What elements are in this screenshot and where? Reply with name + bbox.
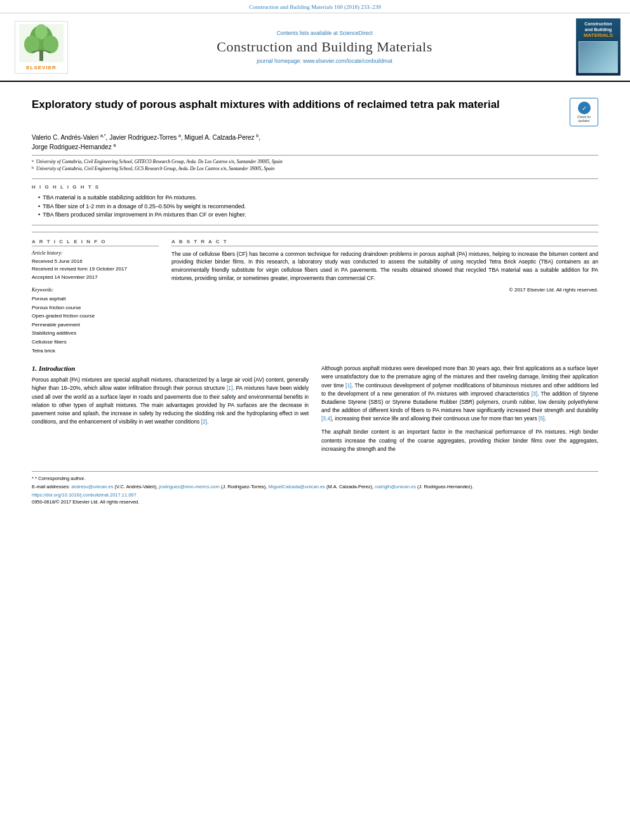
history-label: Article history: — [32, 250, 159, 256]
contents-line: Contents lists available at ScienceDirec… — [276, 30, 372, 36]
header-center: Contents lists available at ScienceDirec… — [83, 18, 566, 76]
email-4[interactable]: rodriglh@unican.es — [375, 484, 416, 490]
keyword-5: Stabilizing additives — [32, 329, 159, 338]
keyword-1: Porous asphalt — [32, 295, 159, 303]
doi-text: https://doi.org/10.1016/j.conbuildmat.20… — [32, 492, 137, 498]
sciencedirect-link[interactable]: ScienceDirect — [339, 30, 372, 36]
affiliations: a University of Cantabria, Civil Enginee… — [32, 155, 598, 173]
body-left-col: 1. Introduction Porous asphalt (PA) mixt… — [32, 364, 309, 458]
abstract-col: A B S T R A C T The use of cellulose fib… — [171, 239, 598, 356]
footer-area: * * Corresponding author. E-mail address… — [32, 471, 598, 505]
homepage-url[interactable]: www.elsevier.com/locate/conbuildmat — [303, 58, 392, 64]
cbm-cover-image: Construction and Building MATERIALS — [576, 18, 620, 76]
abstract-header: A B S T R A C T — [171, 239, 598, 246]
article-info-header: A R T I C L E I N F O — [32, 239, 159, 246]
elsevier-tree-icon — [19, 24, 64, 62]
corr-author-note: * * Corresponding author. — [32, 476, 598, 481]
highlight-text-3: TBA fibers produced similar improvement … — [43, 211, 246, 220]
intro-paragraph-1: Porous asphalt (PA) mixtures are special… — [32, 376, 309, 426]
elsevier-brand-text: ELSEVIER — [19, 65, 64, 70]
affil-b-text: University of Cantabria, Civil Engineeri… — [36, 165, 274, 172]
bullet-icon-3: • — [38, 211, 40, 220]
journal-citation: Construction and Building Materials 160 … — [249, 4, 380, 10]
svg-rect-1 — [39, 50, 43, 61]
affil-a-text: University of Cantabria, Civil Engineeri… — [36, 158, 283, 165]
article-title-area: Exploratory study of porous asphalt mixt… — [32, 88, 598, 126]
ref-3a: [3] — [532, 390, 537, 397]
received-date: Received 5 June 2016 — [32, 258, 159, 266]
corr-author-label: * Corresponding author. — [35, 476, 85, 481]
highlight-item-2: • TBA fiber size of 1-2 mm in a dosage o… — [38, 203, 598, 211]
ref-1b: [1] — [345, 382, 351, 389]
svg-point-5 — [35, 24, 48, 39]
keywords-section: Keywords: Porous asphalt Porous friction… — [32, 287, 159, 355]
check-updates-text: Check for updates — [572, 115, 597, 123]
bullet-icon-2: • — [38, 203, 40, 211]
authors-line: Valerio C. Andrés-Valeri a,*, Javier Rod… — [32, 133, 598, 152]
cbm-line1: Construction — [584, 21, 613, 27]
copyright-text: © 2017 Elsevier Ltd. All rights reserved… — [171, 286, 598, 294]
homepage-label: journal homepage: — [257, 58, 301, 64]
keyword-2: Porous friction course — [32, 303, 159, 312]
ref-5: [5] — [539, 415, 544, 422]
check-updates-inner: ✓ Check for updates — [572, 100, 597, 125]
highlights-header: H I G H L I G H T S — [32, 184, 598, 190]
revised-date: Received in revised form 19 October 2017 — [32, 265, 159, 274]
cbm-line3: MATERIALS — [584, 32, 613, 39]
affiliation-b: b University of Cantabria, Civil Enginee… — [32, 165, 598, 172]
cbm-cover-text: Construction and Building MATERIALS — [584, 21, 613, 39]
doi-line[interactable]: https://doi.org/10.1016/j.conbuildmat.20… — [32, 492, 598, 498]
highlight-item-1: • TBA material is a suitable stabilizing… — [38, 194, 598, 203]
keyword-4: Permeable pavement — [32, 321, 159, 330]
page-wrapper: Construction and Building Materials 160 … — [0, 0, 630, 517]
intro-paragraph-3: The asphalt binder content is an importa… — [321, 428, 598, 453]
body-right-col: Although porous asphalt mixtures were de… — [321, 364, 598, 458]
ref-1: [1] — [227, 385, 232, 391]
bullet-icon-1: • — [38, 194, 40, 203]
article-info-col: A R T I C L E I N F O Article history: R… — [32, 239, 159, 356]
cbm-line2: and Building — [584, 27, 613, 32]
accepted-date: Accepted 14 November 2017 — [32, 274, 159, 282]
affiliation-a: a University of Cantabria, Civil Enginee… — [32, 158, 598, 165]
issn-line: 0950-0618/© 2017 Elsevier Ltd. All right… — [32, 499, 598, 505]
email-footnote: E-mail addresses: andresv@unican.es (V.C… — [32, 483, 598, 490]
journal-homepage: journal homepage: www.elsevier.com/locat… — [257, 58, 392, 64]
highlights-section: H I G H L I G H T S • TBA material is a … — [32, 178, 598, 225]
header-area: ELSEVIER Contents lists available at Sci… — [0, 13, 630, 82]
highlight-item-3: • TBA fibers produced similar improvemen… — [38, 211, 598, 220]
main-content: Exploratory study of porous asphalt mixt… — [0, 82, 630, 517]
journal-top-bar: Construction and Building Materials 160 … — [0, 0, 630, 13]
header-right-logo: Construction and Building MATERIALS — [573, 18, 624, 76]
article-history: Article history: Received 5 June 2016 Re… — [32, 250, 159, 282]
intro-paragraph-2: Although porous asphalt mixtures were de… — [321, 364, 598, 423]
keyword-7: Tetra brick — [32, 347, 159, 356]
highlights-list: • TBA material is a suitable stabilizing… — [32, 194, 598, 220]
abstract-body: The use of cellulose fibers (CF) has bec… — [171, 251, 598, 281]
cbm-cover-photo — [579, 41, 618, 73]
ref-3b: [3,4] — [321, 415, 332, 422]
highlight-text-2: TBA fiber size of 1-2 mm in a dosage of … — [43, 203, 246, 211]
elsevier-logo-area: ELSEVIER — [6, 18, 76, 76]
keyword-3: Open-graded friction course — [32, 312, 159, 321]
keyword-6: Cellulose fibers — [32, 338, 159, 347]
email-2[interactable]: jrodriguez@inno-merics.com — [159, 484, 220, 490]
article-title: Exploratory study of porous asphalt mixt… — [32, 98, 560, 112]
email-label: E-mail addresses: — [32, 484, 70, 490]
email-1[interactable]: andresv@unican.es — [71, 484, 113, 490]
intro-number: 1. — [32, 364, 37, 372]
intro-title: Introduction — [39, 364, 75, 372]
email-3[interactable]: MiguelCalzada@unican.es — [268, 484, 325, 490]
article-info-abstract-area: A R T I C L E I N F O Article history: R… — [32, 232, 598, 356]
elsevier-logo-box: ELSEVIER — [15, 21, 68, 74]
ref-2: [2] — [201, 418, 207, 425]
check-updates-badge[interactable]: ✓ Check for updates — [570, 98, 598, 126]
keywords-label: Keywords: — [32, 287, 159, 293]
body-two-col: 1. Introduction Porous asphalt (PA) mixt… — [32, 364, 598, 458]
intro-section-title: 1. Introduction — [32, 364, 309, 372]
contents-label: Contents lists available at — [276, 30, 337, 36]
journal-title: Construction and Building Materials — [217, 39, 432, 55]
check-circle-icon: ✓ — [578, 102, 591, 114]
highlight-text-1: TBA material is a suitable stabilizing a… — [43, 194, 197, 203]
abstract-text: The use of cellulose fibers (CF) has bec… — [171, 250, 598, 294]
